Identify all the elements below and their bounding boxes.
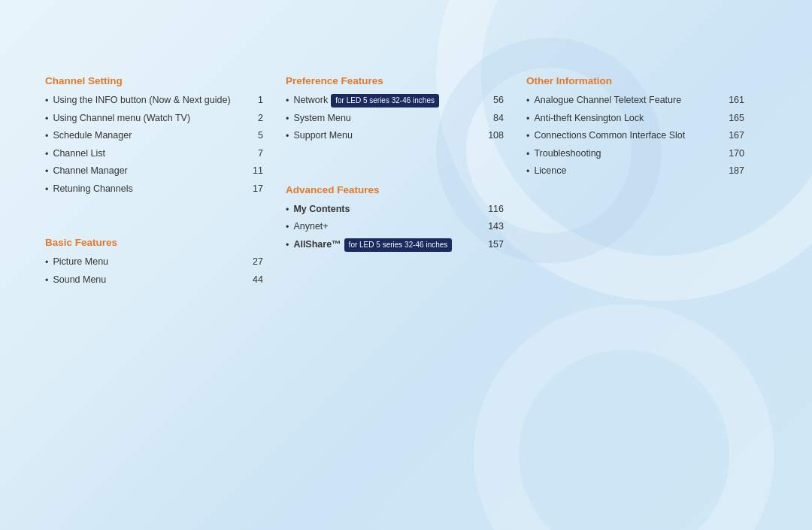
page-number: 167	[729, 129, 744, 143]
item-text: Anynet+	[293, 220, 482, 234]
section-heading-preference-features: Preference Features	[286, 75, 504, 86]
column-2: Preference Features•Networkfor LED 5 ser…	[286, 75, 526, 305]
bullet-icon: •	[286, 204, 289, 217]
section-heading-advanced-features: Advanced Features	[286, 184, 504, 195]
item-text: Troubleshooting	[534, 147, 723, 161]
item-text: My Contents	[293, 203, 482, 217]
item-text: Using Channel menu (Watch TV)	[53, 112, 252, 126]
item-text: Networkfor LED 5 series 32-46 inches	[293, 94, 487, 108]
list-item: •Anynet+143	[286, 220, 504, 235]
page-number: 1	[258, 94, 263, 108]
list-item: •Retuning Channels17	[45, 183, 263, 197]
page-number: 11	[253, 165, 263, 178]
list-item: •My Contents116	[286, 203, 504, 217]
bullet-icon: •	[286, 221, 289, 235]
section-heading-other-information: Other Information	[526, 75, 744, 86]
section-list-basic-features: •Picture Menu27•Sound Menu44	[45, 256, 263, 287]
section-list-advanced-features: •My Contents116•Anynet+143•AllShare™for …	[286, 203, 504, 253]
bg-decoration-2	[474, 304, 774, 530]
bullet-icon: •	[45, 113, 48, 126]
list-item: •Using the INFO button (Now & Next guide…	[45, 94, 263, 108]
page-number: 143	[488, 220, 504, 234]
item-text: Support Menu	[293, 129, 482, 143]
page-number: 108	[488, 129, 504, 143]
bullet-icon: •	[526, 130, 529, 144]
page-container: Channel Setting•Using the INFO button (N…	[0, 0, 812, 335]
list-item: •Using Channel menu (Watch TV)2	[45, 112, 263, 126]
item-text: Picture Menu	[53, 256, 247, 269]
bullet-icon: •	[45, 274, 48, 288]
list-item: •Support Menu108	[286, 129, 504, 144]
bullet-icon: •	[45, 95, 48, 108]
list-item: •Connections Common Interface Slot167	[526, 129, 744, 144]
bullet-icon: •	[286, 239, 289, 253]
page-number: 187	[729, 165, 744, 178]
list-item: •Channel List7	[45, 147, 263, 162]
item-text: Sound Menu	[53, 274, 247, 287]
page-number: 56	[493, 94, 504, 108]
list-item: •Channel Manager11	[45, 165, 263, 179]
item-text: Using the INFO button (Now & Next guide)	[53, 94, 252, 108]
section-spacer	[286, 162, 504, 184]
bullet-icon: •	[286, 113, 289, 126]
item-text: Channel List	[53, 147, 252, 161]
page-number: 27	[253, 256, 263, 269]
page-number: 116	[488, 203, 504, 217]
bullet-icon: •	[45, 165, 48, 179]
list-item: •AllShare™for LED 5 series 32-46 inches1…	[286, 238, 504, 253]
item-text: Connections Common Interface Slot	[534, 129, 723, 143]
page-number: 157	[488, 238, 504, 252]
bullet-icon: •	[45, 256, 48, 270]
bullet-icon: •	[526, 95, 529, 108]
bullet-icon: •	[286, 130, 289, 144]
bullet-icon: •	[45, 183, 48, 197]
section-spacer	[45, 214, 263, 237]
page-number: 5	[258, 129, 263, 143]
list-item: •Troubleshooting170	[526, 147, 744, 162]
list-item: •System Menu84	[286, 112, 504, 126]
bullet-icon: •	[45, 148, 48, 162]
item-text: Anti-theft Kensington Lock	[534, 112, 723, 126]
list-item: •Schedule Manager5	[45, 129, 263, 144]
item-text: Licence	[534, 165, 723, 178]
list-item: •Licence187	[526, 165, 744, 179]
item-text: Schedule Manager	[53, 129, 252, 143]
item-text: System Menu	[293, 112, 487, 126]
bullet-icon: •	[286, 95, 289, 108]
list-item: •Sound Menu44	[45, 274, 263, 288]
section-list-channel-setting: •Using the INFO button (Now & Next guide…	[45, 94, 263, 196]
page-number: 170	[729, 147, 744, 161]
item-text: Channel Manager	[53, 165, 247, 178]
section-list-other-information: •Analogue Channel Teletext Feature161•An…	[526, 94, 744, 179]
column-3: Other Information•Analogue Channel Telet…	[526, 75, 767, 305]
page-number: 2	[258, 112, 263, 126]
bullet-icon: •	[526, 113, 529, 126]
item-text: AllShare™for LED 5 series 32-46 inches	[293, 238, 482, 252]
section-heading-channel-setting: Channel Setting	[45, 75, 263, 86]
list-item: •Analogue Channel Teletext Feature161	[526, 94, 744, 108]
list-item: •Picture Menu27	[45, 256, 263, 270]
section-list-preference-features: •Networkfor LED 5 series 32-46 inches56•…	[286, 94, 504, 144]
bullet-icon: •	[526, 148, 529, 162]
page-number: 161	[729, 94, 744, 108]
list-item: •Anti-theft Kensington Lock165	[526, 112, 744, 126]
page-number: 84	[493, 112, 504, 126]
column-1: Channel Setting•Using the INFO button (N…	[45, 75, 286, 305]
bullet-icon: •	[526, 165, 529, 179]
item-text: Retuning Channels	[53, 183, 247, 196]
list-item: •Networkfor LED 5 series 32-46 inches56	[286, 94, 504, 108]
page-number: 7	[258, 147, 263, 161]
page-number: 165	[729, 112, 744, 126]
bullet-icon: •	[45, 130, 48, 144]
columns-wrapper: Channel Setting•Using the INFO button (N…	[45, 75, 767, 305]
badge-label: for LED 5 series 32-46 inches	[331, 94, 439, 108]
page-number: 44	[253, 274, 263, 287]
page-number: 17	[253, 183, 263, 196]
badge-label: for LED 5 series 32-46 inches	[344, 238, 453, 252]
item-text: Analogue Channel Teletext Feature	[534, 94, 723, 108]
section-heading-basic-features: Basic Features	[45, 237, 263, 248]
